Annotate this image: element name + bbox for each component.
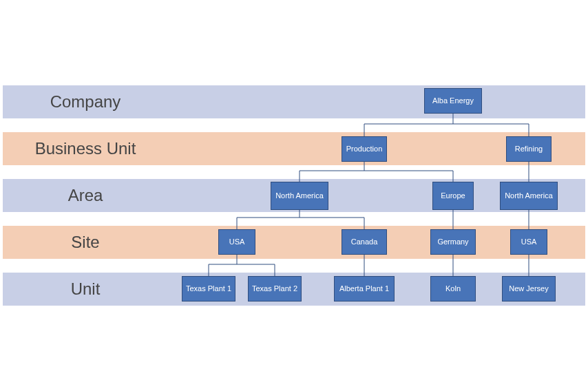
node-site-germany: Germany (430, 229, 476, 255)
node-site-usa-refining: USA (510, 229, 547, 255)
node-area-refining-north-america: North America (500, 182, 558, 210)
node-site-usa-production: USA (218, 229, 255, 255)
node-site-canada: Canada (342, 229, 387, 255)
level-label-area: Area (3, 179, 168, 212)
node-bu-refining: Refining (506, 136, 552, 162)
level-label-site: Site (3, 226, 168, 259)
hierarchy-diagram: Company Business Unit Area Site Unit (0, 0, 588, 391)
level-label-unit: Unit (3, 273, 168, 306)
node-bu-production: Production (342, 136, 387, 162)
node-unit-texas-plant-2: Texas Plant 2 (248, 276, 302, 302)
node-area-production-north-america: North America (271, 182, 328, 210)
level-label-business-unit: Business Unit (3, 132, 168, 165)
level-band-site: Site (3, 226, 585, 259)
node-unit-new-jersey: New Jersey (502, 276, 556, 302)
node-unit-koln: Koln (430, 276, 476, 302)
node-company-alba-energy: Alba Energy (424, 88, 482, 114)
level-label-company: Company (3, 85, 168, 118)
level-band-business-unit: Business Unit (3, 132, 585, 165)
node-unit-texas-plant-1: Texas Plant 1 (182, 276, 235, 302)
level-band-company: Company (3, 85, 585, 118)
node-unit-alberta-plant-1: Alberta Plant 1 (334, 276, 395, 302)
node-area-production-europe: Europe (432, 182, 474, 210)
